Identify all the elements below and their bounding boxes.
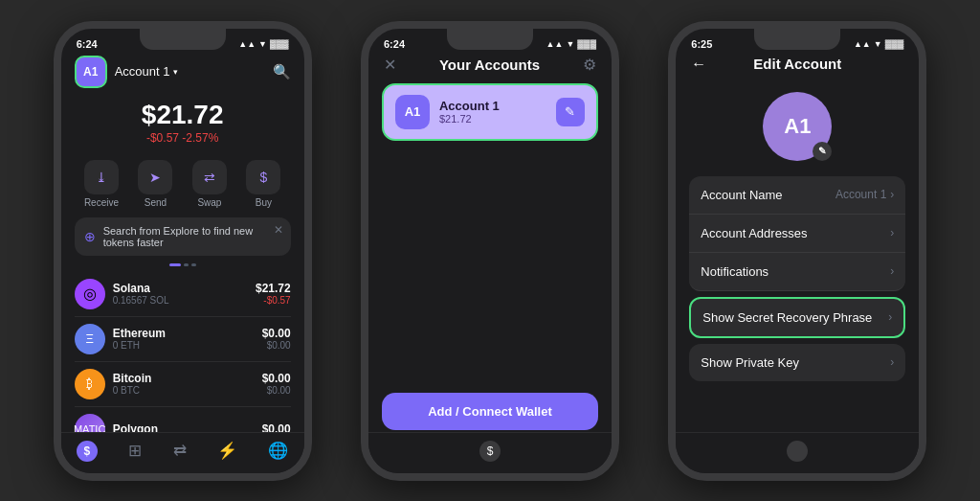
wifi-icon-2: ▼ xyxy=(566,39,574,49)
account-name-row: Account 1 ▾ xyxy=(115,64,179,79)
token-values-btc: $0.00 $0.00 xyxy=(262,372,291,396)
signal-icon-2: ▲▲ xyxy=(546,39,564,49)
phone3-header: ← Edit Account xyxy=(676,52,919,82)
token-name-eth: Ethereum xyxy=(113,327,262,340)
token-info-eth: Ethereum 0 ETH xyxy=(113,327,262,351)
nav-grid-icon[interactable]: ⊞ xyxy=(128,441,142,461)
account-edit-button[interactable]: ✎ xyxy=(556,98,585,126)
nav-globe-icon[interactable]: 🌐 xyxy=(268,441,288,461)
receive-label: Receive xyxy=(84,197,119,208)
account-name-setting[interactable]: Account Name Account 1 › xyxy=(689,176,905,215)
token-ethereum[interactable]: Ξ Ethereum 0 ETH $0.00 $0.00 xyxy=(75,317,291,362)
search-icon[interactable]: 🔍 xyxy=(273,63,291,80)
account-card-name: Account 1 xyxy=(439,99,546,113)
scene: 6:24 ▲▲ ▼ ▓▓▓ A1 Account 1 ▾ 🔍 xyxy=(0,0,980,501)
account-card-info: Account 1 $21.72 xyxy=(439,99,546,125)
notch-3 xyxy=(754,29,840,50)
ethereum-icon: Ξ xyxy=(75,324,105,354)
add-connect-wallet-button[interactable]: Add / Connect Wallet xyxy=(382,393,598,430)
account-badge-1[interactable]: A1 xyxy=(75,56,107,88)
token-usd-solana: $21.72 xyxy=(256,282,291,295)
battery-icon-2: ▓▓▓ xyxy=(577,39,596,49)
balance-main: $21.72 xyxy=(61,100,304,130)
buy-button[interactable]: $ Buy xyxy=(246,160,280,208)
account-name-current: Account 1 xyxy=(835,188,886,201)
action-buttons: ⤓ Receive ➤ Send ⇄ Swap $ Buy xyxy=(61,154,304,217)
phone-2: 6:24 ▲▲ ▼ ▓▓▓ ✕ Your Accounts ⚙ A1 Accou… xyxy=(361,21,619,481)
token-usd-btc: $0.00 xyxy=(262,372,291,385)
nav-dollar-icon-2: $ xyxy=(479,441,501,462)
token-name-btc: Bitcoin xyxy=(113,372,262,385)
token-change-solana: -$0.57 xyxy=(256,295,291,306)
balance-section: $21.72 -$0.57 -2.57% xyxy=(61,96,304,154)
recovery-phrase-label: Show Secret Recovery Phrase xyxy=(702,310,872,325)
nav-bolt-icon[interactable]: ⚡ xyxy=(217,441,237,461)
big-avatar[interactable]: A1 ✎ xyxy=(763,92,832,161)
account-name-value: Account 1 › xyxy=(835,188,894,201)
phone2-header: ✕ Your Accounts ⚙ xyxy=(368,52,612,83)
back-button[interactable]: ← xyxy=(691,56,706,73)
signal-icon: ▲▲ xyxy=(238,39,256,49)
close-button[interactable]: ✕ xyxy=(384,56,396,74)
status-icons-3: ▲▲ ▼ ▓▓▓ xyxy=(854,39,903,49)
token-info-btc: Bitcoin 0 BTC xyxy=(113,372,262,396)
show-recovery-phrase-setting[interactable]: Show Secret Recovery Phrase › xyxy=(689,297,905,338)
dot-3 xyxy=(191,263,196,266)
dots-indicator xyxy=(61,263,304,266)
wifi-icon: ▼ xyxy=(258,39,267,49)
account-card[interactable]: A1 Account 1 $21.72 ✎ xyxy=(382,83,598,141)
signal-icon-3: ▲▲ xyxy=(854,39,871,49)
wifi-icon-3: ▼ xyxy=(874,39,882,49)
settings-list: Account Name Account 1 › Account Address… xyxy=(676,176,919,381)
bottom-nav-2: $ xyxy=(368,432,612,473)
private-key-chevron: › xyxy=(890,355,894,369)
notifications-setting[interactable]: Notifications › xyxy=(689,253,905,291)
edit-account-title: Edit Account xyxy=(753,56,841,72)
token-usd-eth: $0.00 xyxy=(262,327,291,340)
nav-placeholder-3 xyxy=(787,441,808,462)
token-sub-solana: 0.16567 SOL xyxy=(113,295,256,306)
receive-button[interactable]: ⤓ Receive xyxy=(84,160,119,208)
bitcoin-icon: ₿ xyxy=(75,369,105,399)
account-name-label: Account Name xyxy=(701,188,782,202)
notch-1 xyxy=(140,29,226,50)
chevron-right-icon-3: › xyxy=(890,264,894,278)
token-solana[interactable]: ◎ Solana 0.16567 SOL $21.72 -$0.57 xyxy=(75,272,291,317)
phone-1: 6:24 ▲▲ ▼ ▓▓▓ A1 Account 1 ▾ 🔍 xyxy=(54,21,312,481)
gear-icon[interactable]: ⚙ xyxy=(583,56,596,74)
swap-button[interactable]: ⇄ Swap xyxy=(192,160,227,208)
send-icon: ➤ xyxy=(138,160,172,194)
avatar-edit-badge[interactable]: ✎ xyxy=(813,142,832,161)
show-private-key-setting[interactable]: Show Private Key › xyxy=(689,344,905,381)
dot-1 xyxy=(169,263,181,266)
account-card-balance: $21.72 xyxy=(439,113,546,125)
nav-swap-icon[interactable]: ⇄ xyxy=(173,441,187,461)
chevron-right-icon-5: › xyxy=(890,355,894,369)
your-accounts-title: Your Accounts xyxy=(439,57,540,73)
battery-icon-3: ▓▓▓ xyxy=(885,39,904,49)
chevron-right-icon-2: › xyxy=(890,226,894,239)
notch-2 xyxy=(447,29,533,50)
battery-icon: ▓▓▓ xyxy=(270,39,289,49)
account-addresses-label: Account Addresses xyxy=(701,226,807,240)
solana-icon: ◎ xyxy=(75,279,105,309)
account-addresses-setting[interactable]: Account Addresses › xyxy=(689,215,905,253)
search-banner-close-icon[interactable]: ✕ xyxy=(274,223,283,237)
nav-dollar-icon[interactable]: $ xyxy=(77,441,98,462)
account-card-badge: A1 xyxy=(395,95,430,129)
token-list: ◎ Solana 0.16567 SOL $21.72 -$0.57 Ξ Eth… xyxy=(61,272,304,452)
token-name-solana: Solana xyxy=(113,282,256,295)
send-label: Send xyxy=(145,197,167,208)
token-bitcoin[interactable]: ₿ Bitcoin 0 BTC $0.00 $0.00 xyxy=(75,362,291,407)
bottom-nav: $ ⊞ ⇄ ⚡ 🌐 xyxy=(61,432,304,473)
phone1-header: A1 Account 1 ▾ 🔍 xyxy=(61,52,304,96)
avatar-label: A1 xyxy=(784,114,811,139)
notifications-label: Notifications xyxy=(701,264,768,279)
status-icons-1: ▲▲ ▼ ▓▓▓ xyxy=(238,39,288,49)
dot-2 xyxy=(184,263,189,266)
send-button[interactable]: ➤ Send xyxy=(138,160,172,208)
search-banner[interactable]: ⊕ Search from Explore to find new tokens… xyxy=(75,217,291,256)
dollar-circle: $ xyxy=(77,441,98,462)
private-key-label: Show Private Key xyxy=(701,355,799,370)
token-sub-eth: 0 ETH xyxy=(113,340,262,351)
